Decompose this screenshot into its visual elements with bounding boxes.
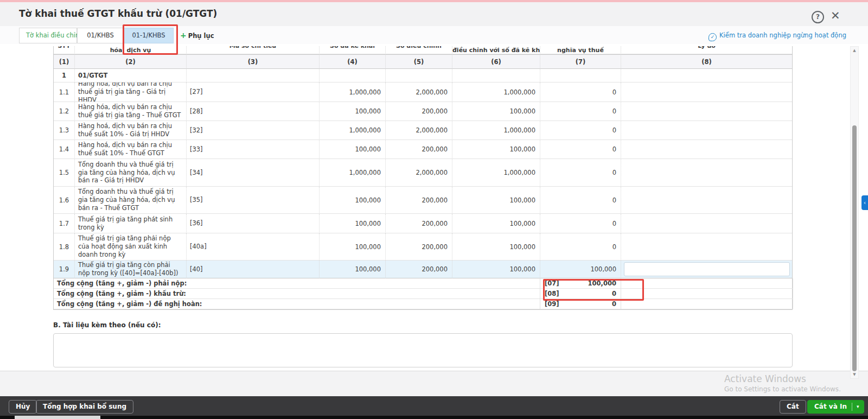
scroll-up-icon[interactable]: ▲ — [851, 48, 858, 53]
header-cell: Mã số chỉ tiêu — [187, 46, 320, 54]
header-cell: STT — [54, 46, 75, 54]
cut-button[interactable]: Cắt — [780, 400, 806, 414]
cell-declared: 100,000 — [320, 140, 386, 159]
total-value: 100,000 — [588, 280, 616, 287]
dialog-title: Tờ khai thuế GTGT khấu trừ (01/GTGT) — [19, 8, 217, 19]
row-code: [40] — [187, 261, 320, 278]
row-stt: 1.5 — [54, 159, 75, 187]
header-cell: hóa, dịch vụ — [75, 46, 187, 54]
cell-adjusted: 2,000,000 — [386, 159, 452, 187]
cell-tax: 100,000 — [540, 261, 621, 278]
attachments-textarea[interactable] — [53, 333, 793, 367]
help-icon[interactable]: ? — [812, 11, 824, 23]
cell-declared: 1,000,000 — [320, 121, 386, 140]
empty-cell — [621, 278, 793, 289]
header-fragment: Lý do — [621, 46, 792, 49]
cell-reason — [621, 82, 792, 102]
check-company-status-link[interactable]: ✓Kiểm tra doanh nghiệp ngừng hoạt động — [709, 30, 846, 41]
tab-01-khbs[interactable]: 01/KHBS — [77, 28, 124, 43]
cell-tax: 0 — [540, 159, 621, 187]
chevron-down-icon[interactable]: ▾ — [852, 401, 864, 413]
colnum-cell: (2) — [75, 54, 187, 69]
tab-01-1-khbs[interactable]: 01-1/KHBS — [124, 28, 174, 43]
cell-declared: 100,000 — [320, 102, 386, 121]
group-stt: 1 — [54, 69, 75, 82]
row-stt: 1.1 — [54, 82, 75, 102]
taskbar-app-sliver — [15, 416, 100, 419]
total-label: Tổng cộng (tăng +, giảm -) phải nộp: — [54, 278, 540, 289]
total-code: [08] — [545, 290, 559, 297]
row-code: [32] — [187, 121, 320, 140]
empty-cell — [621, 69, 792, 82]
colnum-cell: (7) — [540, 54, 621, 69]
row-code: [33] — [187, 140, 320, 159]
row-stt: 1.7 — [54, 214, 75, 233]
cell-difference: 100,000 — [452, 214, 540, 233]
row-code: [35] — [187, 187, 320, 214]
close-icon[interactable]: ✕ — [831, 9, 840, 22]
header-cell: Số đã kê khai — [320, 46, 386, 54]
dialog-window: Tờ khai thuế GTGT khấu trừ (01/GTGT) ? ✕… — [0, 0, 868, 419]
header-cell: nghĩa vụ thuế — [540, 46, 621, 54]
cell-adjusted: 200,000 — [386, 102, 452, 121]
row-label: Tổng doanh thu và thuế giá trị gia tăng … — [75, 187, 187, 214]
table-row: 1.3Hàng hoá, dịch vụ bán ra chịu thuế su… — [54, 121, 792, 140]
table-row: 1.8Thuế giá trị gia tăng phải nộp của ho… — [54, 233, 792, 261]
shield-check-icon: ✓ — [709, 33, 717, 41]
scroll-down-icon[interactable]: ▼ — [851, 372, 858, 377]
cell-tax: 0 — [540, 187, 621, 214]
row-stt: 1.9 — [54, 261, 75, 278]
header-fragment: điều chỉnh với số đã kê khai — [452, 47, 540, 54]
table-row: 1.2Hàng hóa, dịch vụ bán ra chịu thuế gi… — [54, 102, 792, 121]
vertical-scrollbar[interactable]: ▲ ▼ — [850, 46, 859, 379]
cell-reason — [621, 102, 792, 121]
table-colnum-row: (1)(2)(3)(4)(5)(6)(7)(8) — [54, 54, 792, 69]
cell-reason — [621, 121, 792, 140]
cell-declared: 100,000 — [320, 187, 386, 214]
activate-windows-subtext: Go to Settings to activate Windows. — [724, 385, 841, 393]
reason-input[interactable] — [624, 262, 790, 276]
total-row: Tổng cộng (tăng +, giảm -) khấu trừ:[08]… — [54, 289, 792, 299]
aggregate-supplement-button[interactable]: Tổng hợp khai bổ sung — [36, 400, 133, 414]
cut-and-print-label: Cắt và In — [808, 401, 852, 413]
cell-tax: 0 — [540, 82, 621, 102]
add-appendix-button[interactable]: +Phụ lục — [180, 29, 214, 42]
cell-declared: 100,000 — [320, 233, 386, 261]
scrollbar-thumb[interactable] — [852, 125, 857, 371]
cell-adjusted: 2,000,000 — [386, 121, 452, 140]
cell-tax: 0 — [540, 233, 621, 261]
row-code: [40a] — [187, 233, 320, 261]
row-stt: 1.2 — [54, 102, 75, 121]
header-cell: điều chỉnh với số đã kê khai — [452, 46, 540, 54]
header-fragment: nghĩa vụ thuế — [540, 47, 621, 54]
cut-and-print-button[interactable]: Cắt và In ▾ — [807, 400, 864, 414]
empty-cell — [386, 69, 452, 82]
row-stt: 1.4 — [54, 140, 75, 159]
row-stt: 1.6 — [54, 187, 75, 214]
cell-reason — [621, 261, 792, 278]
table-row: 1.7Thuế giá trị gia tăng phát sinh trong… — [54, 214, 792, 233]
cell-difference: 100,000 — [452, 187, 540, 214]
tab-to-khai-dieu-chinh[interactable]: Tờ khai điều chỉnh — [19, 28, 77, 43]
row-stt: 1.8 — [54, 233, 75, 261]
cell-declared: 100,000 — [320, 214, 386, 233]
row-code: [34] — [187, 159, 320, 187]
add-appendix-label: Phụ lục — [188, 32, 214, 40]
footer-bar: Hủy Tổng hợp khai bổ sung Cắt Cắt và In … — [0, 396, 868, 416]
collapse-panel-chevron-icon[interactable]: ‹ — [861, 195, 868, 210]
cell-difference: 1,000,000 — [452, 159, 540, 187]
colnum-cell: (6) — [452, 54, 540, 69]
cell-tax: 0 — [540, 121, 621, 140]
total-code-cell: [09]0 — [540, 299, 621, 309]
cell-difference: 1,000,000 — [452, 121, 540, 140]
row-code: [27] — [187, 82, 320, 102]
activate-windows-watermark: Activate Windows — [724, 373, 806, 384]
colnum-cell: (4) — [320, 54, 386, 69]
table-row: 1.6Tổng doanh thu và thuế giá trị gia tă… — [54, 187, 792, 214]
cancel-button[interactable]: Hủy — [9, 400, 37, 414]
empty-cell — [320, 69, 386, 82]
cell-reason — [621, 214, 792, 233]
row-label: Hàng hóa, dịch vụ bán ra chịu thuế giá t… — [75, 102, 187, 121]
table-group-row: 101/GTGT — [54, 69, 792, 82]
table-row: 1.4Hàng hoá, dịch vụ bán ra chịu thuế su… — [54, 140, 792, 159]
